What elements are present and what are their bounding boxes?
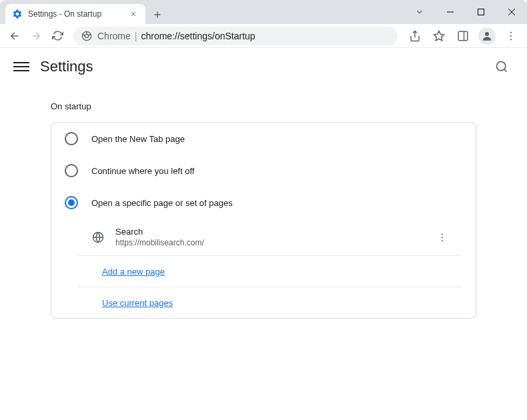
section-label: On startup	[51, 101, 514, 111]
kebab-menu-icon[interactable]	[500, 25, 522, 47]
svg-point-6	[510, 31, 512, 33]
side-panel-icon[interactable]	[452, 25, 474, 47]
close-window-button[interactable]	[496, 0, 527, 24]
add-page-link[interactable]: Add a new page	[102, 267, 165, 277]
kebab-menu-icon[interactable]	[436, 231, 449, 244]
svg-point-3	[85, 34, 88, 37]
minimize-button[interactable]	[435, 0, 466, 24]
close-icon[interactable]	[128, 9, 139, 19]
address-input[interactable]: Chrome | chrome://settings/onStartup	[73, 27, 398, 45]
search-icon[interactable]	[490, 55, 514, 79]
svg-point-5	[485, 32, 489, 36]
profile-button[interactable]	[476, 25, 498, 47]
add-page-row: Add a new page	[78, 256, 462, 287]
svg-point-13	[442, 239, 443, 241]
share-icon[interactable]	[404, 25, 426, 47]
radio-option-new-tab[interactable]: Open the New Tab page	[51, 123, 476, 155]
radio-label: Open a specific page or set of pages	[91, 198, 233, 208]
reload-button[interactable]	[48, 27, 67, 45]
gear-icon	[12, 9, 23, 19]
avatar-icon	[478, 27, 496, 45]
startup-pages-list: Search https://mobilisearch.com/ Add a n…	[78, 219, 476, 318]
svg-point-11	[442, 233, 443, 235]
startup-page-name: Search	[115, 227, 436, 237]
startup-page-url: https://mobilisearch.com/	[115, 238, 436, 247]
radio-icon	[65, 164, 78, 177]
radio-option-specific[interactable]: Open a specific page or set of pages	[51, 187, 476, 219]
maximize-button[interactable]	[466, 0, 496, 24]
browser-tab[interactable]: Settings - On startup	[5, 4, 145, 24]
use-current-link[interactable]: Use current pages	[102, 298, 173, 308]
svg-rect-1	[478, 9, 484, 15]
settings-header: Settings	[0, 48, 527, 85]
window-controls	[404, 0, 527, 24]
radio-label: Continue where you left off	[91, 166, 194, 176]
globe-icon	[91, 231, 105, 244]
address-url: chrome://settings/onStartup	[141, 31, 255, 41]
address-scheme: Chrome	[97, 31, 131, 41]
radio-icon	[65, 132, 78, 145]
hamburger-icon[interactable]	[13, 59, 29, 75]
radio-option-continue[interactable]: Continue where you left off	[51, 155, 476, 187]
tab-title: Settings - On startup	[28, 9, 128, 19]
new-tab-button[interactable]	[148, 5, 167, 24]
use-current-row: Use current pages	[78, 287, 462, 318]
svg-rect-4	[458, 31, 468, 41]
page-title: Settings	[40, 58, 93, 75]
address-bar: Chrome | chrome://settings/onStartup	[0, 24, 527, 48]
svg-point-7	[510, 35, 512, 36]
bookmark-icon[interactable]	[428, 25, 450, 47]
chevron-down-icon[interactable]	[404, 0, 435, 24]
svg-rect-0	[447, 12, 454, 13]
on-startup-card: Open the New Tab page Continue where you…	[51, 122, 476, 319]
svg-point-8	[510, 39, 512, 40]
startup-page-row: Search https://mobilisearch.com/	[78, 219, 462, 256]
settings-content: On startup Open the New Tab page Continu…	[0, 101, 527, 332]
svg-point-9	[497, 62, 506, 71]
forward-button[interactable]	[27, 27, 45, 45]
back-button[interactable]	[5, 27, 24, 45]
chrome-icon	[81, 31, 92, 41]
radio-icon-checked	[65, 196, 78, 209]
radio-label: Open the New Tab page	[91, 134, 185, 144]
svg-point-12	[442, 237, 443, 238]
